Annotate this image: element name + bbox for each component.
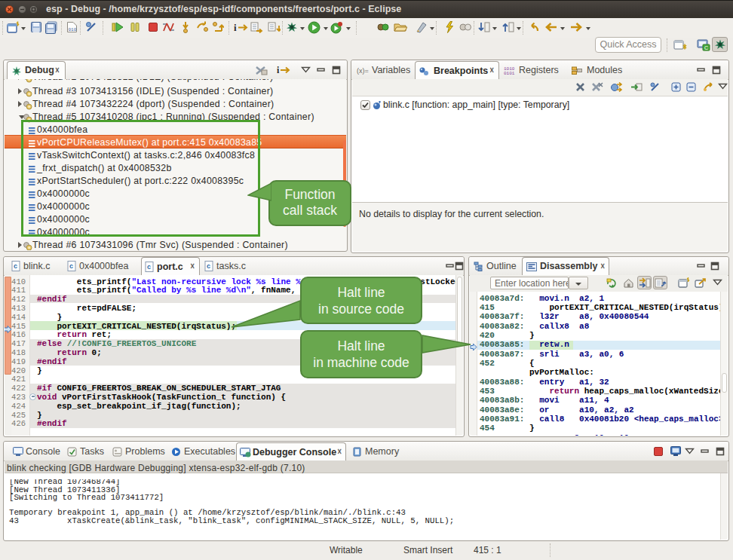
svg-text:i: i [277,65,280,75]
svg-text:C: C [704,45,708,50]
svg-text:0101: 0101 [504,71,515,75]
svg-text:c: c [14,262,17,270]
svg-text:c: c [69,262,73,270]
svg-text:i: i [234,22,237,33]
svg-text:c: c [147,263,151,271]
svg-text:(x)=: (x)= [357,67,369,75]
svg-text:c: c [207,262,210,270]
svg-text:010: 010 [69,27,77,32]
